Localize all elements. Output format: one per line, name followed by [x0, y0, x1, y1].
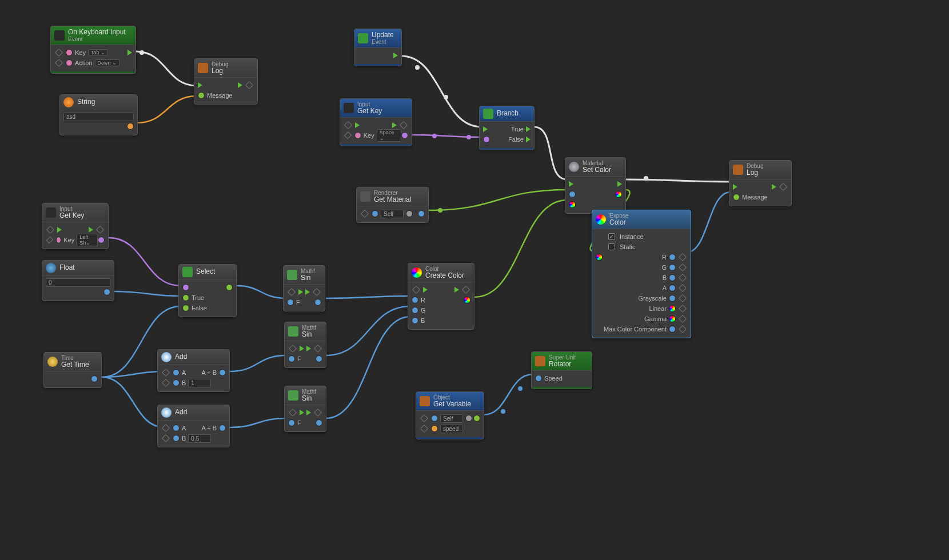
port-cond[interactable] — [182, 284, 189, 291]
var-name[interactable]: speed — [440, 425, 463, 433]
flow-out[interactable] — [772, 184, 776, 190]
node-branch[interactable]: Branch True False — [479, 106, 535, 150]
port-out[interactable] — [316, 355, 322, 362]
port-f-in[interactable] — [288, 419, 295, 426]
flow-in[interactable] — [55, 49, 63, 57]
socket[interactable] — [361, 210, 369, 218]
flow-out[interactable] — [89, 227, 93, 233]
port-speed[interactable] — [535, 375, 542, 382]
port-target[interactable] — [569, 191, 576, 198]
flow-in[interactable] — [423, 287, 428, 293]
node-add-1[interactable]: Add AA + B B1 — [157, 349, 230, 392]
socket-b[interactable] — [679, 274, 687, 282]
port-f-in[interactable] — [287, 299, 294, 306]
node-debug-log-2[interactable]: DebugLog Message — [729, 160, 792, 206]
flow-out-false[interactable] — [526, 137, 531, 142]
port-key[interactable] — [56, 237, 61, 243]
socket-gam[interactable] — [679, 315, 687, 323]
socket-mcc[interactable] — [679, 325, 687, 333]
port-cond[interactable] — [483, 136, 490, 143]
port-aux[interactable] — [465, 415, 472, 422]
node-add-2[interactable]: Add AA + B B0.5 — [157, 405, 230, 447]
value-action[interactable]: Down ⌄ — [95, 59, 120, 66]
node-float[interactable]: Float 0 — [42, 260, 114, 301]
node-renderer-get-material[interactable]: RendererGet Material Self — [356, 187, 429, 223]
port-out[interactable] — [418, 210, 425, 217]
node-object-get-variable[interactable]: ObjectGet Variable Self speed — [416, 391, 484, 439]
port-true[interactable] — [182, 294, 189, 301]
port-b[interactable] — [669, 274, 676, 281]
flow-out-socket[interactable] — [400, 121, 408, 129]
value-b[interactable]: 1 — [188, 379, 211, 387]
flow-in[interactable] — [300, 410, 304, 415]
port-message[interactable] — [198, 92, 205, 99]
node-create-color[interactable]: ColorCreate Color R G B — [408, 263, 475, 330]
port-mcc[interactable] — [669, 326, 676, 333]
port-out[interactable] — [473, 415, 480, 422]
port-out[interactable] — [316, 419, 322, 426]
node-expose-color[interactable]: ExposeColor Instance Static R G B A Gray… — [592, 210, 691, 338]
node-material-set-color[interactable]: MaterialSet Color — [565, 157, 626, 214]
port-b[interactable] — [412, 317, 418, 324]
checkbox-static[interactable] — [608, 243, 615, 250]
port-out[interactable] — [103, 289, 110, 295]
flow-in[interactable] — [733, 184, 737, 190]
node-input-getkey-space[interactable]: InputGet Key KeySpace ⌄ — [340, 98, 412, 146]
port-target[interactable] — [372, 210, 378, 217]
value-key[interactable]: Tab ⌄ — [88, 49, 108, 56]
port-out[interactable] — [91, 375, 98, 382]
node-update[interactable]: UpdateEvent — [354, 29, 402, 66]
flow-in-arrow[interactable] — [355, 122, 360, 128]
flow-in[interactable] — [569, 181, 573, 187]
port-r[interactable] — [412, 297, 418, 303]
node-time-get-time[interactable]: TimeGet Time — [43, 352, 102, 388]
flow-in-arrow[interactable] — [57, 227, 62, 233]
socket[interactable] — [46, 237, 54, 244]
port-gamma[interactable] — [669, 315, 676, 322]
flow-out-socket[interactable] — [779, 183, 787, 191]
flow-out[interactable] — [392, 122, 397, 128]
port-action[interactable] — [66, 59, 73, 66]
flow-out[interactable] — [127, 50, 132, 55]
node-string[interactable]: String asd — [59, 94, 138, 135]
flow-in[interactable] — [298, 289, 303, 295]
port-a[interactable] — [669, 285, 676, 291]
port-color-out[interactable] — [464, 297, 470, 303]
flow-out[interactable] — [393, 53, 398, 58]
flow-out-socket[interactable] — [96, 226, 104, 234]
socket-gs[interactable] — [679, 294, 687, 302]
float-value[interactable]: 0 — [46, 278, 110, 287]
flow-in[interactable] — [300, 346, 304, 351]
port-linear[interactable] — [669, 305, 676, 312]
port-b[interactable] — [173, 379, 180, 386]
socket[interactable] — [55, 59, 63, 67]
flow-in-socket[interactable] — [289, 409, 297, 417]
port-out[interactable] — [219, 425, 226, 431]
flow-out[interactable] — [306, 346, 311, 351]
node-input-getkey-shift[interactable]: InputGet Key KeyLeft Sh⌄ — [42, 203, 109, 249]
flow-out[interactable] — [617, 181, 622, 187]
port-message[interactable] — [733, 194, 740, 201]
port-grayscale[interactable] — [669, 295, 676, 302]
string-value[interactable]: asd — [63, 113, 134, 121]
node-debug-log-1[interactable]: DebugLog Message — [194, 58, 258, 105]
socket-b[interactable] — [162, 434, 170, 442]
port-a[interactable] — [173, 425, 180, 431]
port-f-in[interactable] — [288, 355, 295, 362]
value-key[interactable]: Space ⌄ — [377, 129, 401, 142]
flow-out[interactable] — [306, 410, 311, 415]
flow-out-socket[interactable] — [462, 286, 470, 294]
value-b[interactable]: 0.5 — [188, 434, 211, 443]
flow-out-socket[interactable] — [314, 345, 322, 353]
flow-out-socket[interactable] — [245, 81, 253, 89]
port-target[interactable] — [431, 415, 438, 422]
port-out[interactable] — [127, 123, 134, 130]
flow-in[interactable] — [483, 126, 488, 132]
flow-in[interactable] — [344, 121, 352, 129]
port-g[interactable] — [669, 264, 676, 271]
node-mathf-sin-1[interactable]: MathfSin F — [283, 265, 325, 311]
flow-in[interactable] — [198, 82, 202, 88]
socket-a[interactable] — [162, 369, 170, 377]
socket-lin[interactable] — [679, 305, 687, 313]
socket[interactable] — [420, 425, 428, 433]
